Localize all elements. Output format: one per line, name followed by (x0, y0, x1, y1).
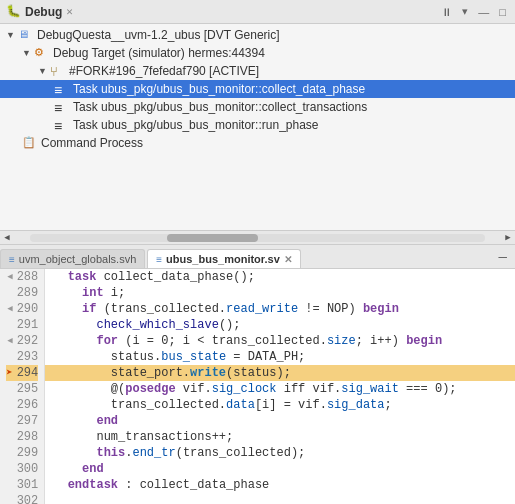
line-num-292: ◀ 292 (6, 333, 38, 349)
tree-item-collect-data-phase[interactable]: ≡ Task ubus_pkg/ubus_bus_monitor::collec… (0, 80, 515, 98)
keyword-if: if (82, 302, 96, 316)
code-text: ; i++) (356, 334, 406, 348)
code-text: @( (53, 382, 125, 396)
keyword-begin: begin (363, 302, 399, 316)
code-line-295: @(posedge vif.sig_clock iff vif.sig_wait… (45, 381, 515, 397)
editor-panel: ≡ uvm_object_globals.svh ≡ ubus_bus_moni… (0, 245, 515, 504)
keyword-begin2: begin (406, 334, 442, 348)
tab-close-icon[interactable]: ✕ (284, 254, 292, 265)
tree-item-run-phase[interactable]: ≡ Task ubus_pkg/ubus_bus_monitor::run_ph… (0, 116, 515, 134)
debug-close-icon[interactable]: ✕ (66, 5, 73, 18)
line-num-288: ◀ 288 (6, 269, 38, 285)
code-text: i; (104, 286, 126, 300)
tree-item-label: #FORK#196_7fefedaf790 [ACTIVE] (69, 64, 259, 78)
code-line-301: endtask : collect_data_phase (45, 477, 515, 493)
code-text: iff vif. (277, 382, 342, 396)
code-text: (status); (226, 366, 291, 380)
tree-expand-arrow[interactable]: ▼ (6, 30, 18, 40)
scrollbar-track[interactable] (30, 234, 485, 242)
fn-end-tr: end_tr (132, 446, 175, 460)
editor-tabs: ≡ uvm_object_globals.svh ≡ ubus_bus_moni… (0, 245, 515, 269)
code-line-291: check_which_slave(); (45, 317, 515, 333)
linenum-299: 299 (17, 445, 39, 461)
debug-scrollbar[interactable]: ◀ ▶ (0, 230, 515, 244)
minimize-btn[interactable]: — (475, 5, 492, 19)
tree-item-fork[interactable]: ▼ ⑂ #FORK#196_7fefedaf790 [ACTIVE] (0, 62, 515, 80)
code-text (53, 462, 82, 476)
code-text: (trans_collected); (176, 446, 306, 460)
tree-item-debug-target[interactable]: ▼ ⚙ Debug Target (simulator) hermes:4439… (0, 44, 515, 62)
code-line-296: trans_collected.data[i] = vif.sig_data; (45, 397, 515, 413)
fn-sig-wait: sig_wait (341, 382, 399, 396)
code-text (53, 302, 82, 316)
code-area[interactable]: task collect_data_phase(); int i; if (tr… (45, 269, 515, 504)
linenum-290: 290 (17, 301, 39, 317)
code-text: vif. (176, 382, 212, 396)
scrollbar-thumb[interactable] (167, 234, 258, 242)
code-text: === 0); (399, 382, 457, 396)
tab-ubus-bus-monitor[interactable]: ≡ ubus_bus_monitor.sv ✕ (147, 249, 301, 268)
method-write: write (190, 366, 226, 380)
titlebar-actions: ⏸ ▾ — □ (438, 4, 509, 19)
scroll-right-arrow[interactable]: ▶ (501, 231, 515, 245)
code-line-298: num_transactions++; (45, 429, 515, 445)
code-text (53, 414, 96, 428)
code-line-299: this.end_tr(trans_collected); (45, 445, 515, 461)
fold-290[interactable]: ◀ (7, 301, 12, 317)
pause-btn[interactable]: ⏸ (438, 5, 455, 19)
menu-btn[interactable]: ▾ (459, 4, 471, 19)
tree-item-command-process[interactable]: 📋 Command Process (0, 134, 515, 152)
code-text: state_port. (53, 366, 190, 380)
keyword-int: int (82, 286, 104, 300)
editor-minimize-btn[interactable]: — (495, 249, 511, 265)
fn-sig-data: sig_data (327, 398, 385, 412)
linenum-302: 302 (17, 493, 39, 504)
tree-expand-arrow[interactable]: ▼ (38, 66, 50, 76)
keyword-this: this (96, 446, 125, 460)
line-num-296: 296 (6, 397, 38, 413)
code-text (53, 478, 67, 492)
scroll-left-arrow[interactable]: ◀ (0, 231, 14, 245)
line-num-300: 300 (6, 461, 38, 477)
code-text: ; (385, 398, 392, 412)
tree-item-label: Debug Target (simulator) hermes:44394 (53, 46, 265, 60)
linenum-292: 292 (17, 333, 39, 349)
tree-item-label: Task ubus_pkg/ubus_bus_monitor::collect_… (73, 82, 365, 96)
code-line-302 (45, 493, 515, 504)
code-text: trans_collected. (53, 398, 226, 412)
linenum-298: 298 (17, 429, 39, 445)
line-num-291: 291 (6, 317, 38, 333)
code-line-297: end (45, 413, 515, 429)
debug-target-icon: ⚙ (34, 46, 50, 60)
tab-uvm-object-globals[interactable]: ≡ uvm_object_globals.svh (0, 249, 145, 268)
line-num-290: ◀ 290 (6, 301, 38, 317)
tab-icon-ubus: ≡ (156, 254, 162, 265)
code-text: = DATA_PH; (226, 350, 305, 364)
fold-292[interactable]: ◀ (7, 333, 12, 349)
fn-sig-clock: sig_clock (212, 382, 277, 396)
tree-expand-arrow[interactable]: ▼ (22, 48, 34, 58)
code-line-293: status.bus_state = DATA_PH; (45, 349, 515, 365)
code-text: [i] = vif. (255, 398, 327, 412)
tree-item-label: DebugQuesta__uvm-1.2_ubus [DVT Generic] (37, 28, 280, 42)
editor-content: ◀ 288 289 ◀ 290 291 ◀ 292 293 ➤ 294 (0, 269, 515, 504)
maximize-btn[interactable]: □ (496, 5, 509, 19)
fold-288[interactable]: ◀ (7, 269, 12, 285)
linenum-289: 289 (17, 285, 39, 301)
tree-item-debugquesta[interactable]: ▼ 🖥 DebugQuesta__uvm-1.2_ubus [DVT Gener… (0, 26, 515, 44)
tree-item-collect-transactions[interactable]: ≡ Task ubus_pkg/ubus_bus_monitor::collec… (0, 98, 515, 116)
fn-size: size (327, 334, 356, 348)
linenum-293: 293 (17, 349, 39, 365)
line-num-294: ➤ 294 (6, 365, 38, 381)
fn-data: data (226, 398, 255, 412)
tab-label-ubus: ubus_bus_monitor.sv (166, 253, 280, 265)
task-icon: ≡ (54, 100, 70, 114)
tree-item-label: Command Process (41, 136, 143, 150)
debug-title: Debug (25, 5, 62, 19)
code-text: collect_data_phase(); (96, 270, 254, 284)
tree-item-label: Task ubus_pkg/ubus_bus_monitor::collect_… (73, 100, 367, 114)
keyword-for: for (96, 334, 118, 348)
code-text (53, 286, 82, 300)
command-icon: 📋 (22, 136, 38, 150)
code-text: (i = 0; i < trans_collected. (118, 334, 327, 348)
